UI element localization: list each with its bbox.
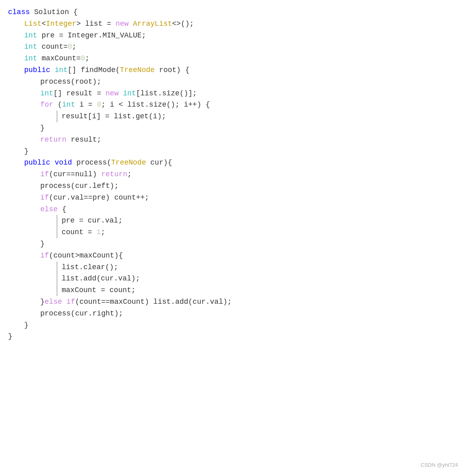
code-token: ; i < list.size(); i++) { bbox=[101, 99, 210, 111]
code-token: else bbox=[40, 204, 62, 215]
code-block: class Solution {List<Integer> list = new… bbox=[0, 6, 466, 342]
code-token: [] findMode( bbox=[68, 64, 120, 76]
code-line: }else if(count==maxCount) list.add(cur.v… bbox=[8, 296, 458, 308]
code-line: int pre = Integer.MIN_VALUE; bbox=[8, 30, 458, 41]
code-token: return bbox=[101, 169, 127, 180]
code-line: process(root); bbox=[8, 76, 458, 88]
code-token: return bbox=[40, 134, 71, 146]
code-token: 1 bbox=[96, 227, 101, 238]
left-border-indicator bbox=[56, 262, 58, 273]
code-token: count= bbox=[37, 41, 68, 53]
code-token: int bbox=[123, 88, 136, 99]
code-token: count = bbox=[62, 227, 96, 238]
code-line: process(cur.left); bbox=[8, 180, 458, 192]
code-token: Solution { bbox=[34, 6, 78, 18]
code-line: process(cur.right); bbox=[8, 308, 458, 319]
watermark: CSDN @yht724 bbox=[420, 461, 458, 470]
code-token: 0 bbox=[81, 53, 85, 64]
code-line: for (int i = 0; i < list.size(); i++) { bbox=[8, 99, 458, 111]
code-token: List bbox=[24, 18, 41, 30]
code-token: ) bbox=[185, 18, 190, 30]
code-line: pre = cur.val; bbox=[8, 215, 458, 227]
code-token: process(root); bbox=[40, 76, 101, 88]
code-token: int bbox=[24, 30, 37, 41]
code-line: int maxCount=0; bbox=[8, 53, 458, 64]
code-token: Integer bbox=[46, 18, 77, 30]
left-border-indicator bbox=[56, 284, 58, 296]
code-token: pre = cur.val; bbox=[62, 215, 122, 227]
code-token: ; bbox=[72, 41, 77, 53]
code-token: <>( bbox=[172, 18, 185, 30]
code-token: process(cur.right); bbox=[40, 308, 123, 319]
code-token: for bbox=[40, 99, 58, 111]
code-token: 0 bbox=[97, 99, 101, 111]
code-line: class Solution { bbox=[8, 6, 458, 18]
code-token: list.clear(); bbox=[62, 262, 118, 273]
code-token: > list = bbox=[77, 18, 116, 30]
code-token: cur){ bbox=[146, 157, 172, 169]
code-token: { bbox=[62, 204, 66, 215]
code-token: int bbox=[40, 88, 53, 99]
code-line: public int[] findMode(TreeNode root) { bbox=[8, 64, 458, 76]
code-token: TreeNode bbox=[111, 157, 146, 169]
code-line: else { bbox=[8, 204, 458, 215]
code-line: if(count>maxCount){ bbox=[8, 250, 458, 262]
code-token: root) { bbox=[155, 64, 189, 76]
code-container: class Solution {List<Integer> list = new… bbox=[0, 0, 466, 476]
code-token: process( bbox=[77, 157, 111, 169]
code-token: (cur==null) bbox=[49, 169, 101, 180]
left-border-indicator bbox=[56, 273, 58, 284]
code-token: public bbox=[24, 157, 55, 169]
code-line: public void process(TreeNode cur){ bbox=[8, 157, 458, 169]
code-token: int bbox=[55, 64, 68, 76]
code-token: int bbox=[24, 41, 37, 53]
code-line: result[i] = list.get(i); bbox=[8, 111, 458, 122]
code-token: if bbox=[40, 169, 49, 180]
code-token: ; bbox=[127, 169, 132, 180]
code-line: int[] result = new int[list.size()]; bbox=[8, 88, 458, 99]
left-border-indicator bbox=[56, 111, 58, 122]
code-token: if bbox=[66, 296, 75, 308]
code-token: void bbox=[55, 157, 77, 169]
code-line: list.clear(); bbox=[8, 262, 458, 273]
code-token: ; bbox=[85, 53, 89, 64]
code-token: i = bbox=[75, 99, 97, 111]
code-line: } bbox=[8, 146, 458, 157]
code-token: if bbox=[40, 192, 49, 204]
code-token: 0 bbox=[68, 41, 72, 53]
code-line: maxCount = count; bbox=[8, 284, 458, 296]
code-line: count = 1; bbox=[8, 227, 458, 238]
code-token: new bbox=[106, 88, 123, 99]
code-token: pre = Integer.MIN_VALUE; bbox=[37, 30, 146, 41]
code-line: } bbox=[8, 331, 458, 342]
code-token: } bbox=[40, 122, 45, 134]
code-token: int bbox=[24, 53, 37, 64]
code-token: int bbox=[62, 99, 75, 111]
code-line: } bbox=[8, 238, 458, 250]
code-token: new bbox=[116, 18, 133, 30]
code-token: ( bbox=[58, 99, 62, 111]
code-token: ; bbox=[190, 18, 194, 30]
code-token: public bbox=[24, 64, 55, 76]
code-token: < bbox=[41, 18, 46, 30]
code-token: ArrayList bbox=[133, 18, 172, 30]
code-token: (count==maxCount) list.add(cur.val); bbox=[75, 296, 232, 308]
code-token: [] result = bbox=[53, 88, 106, 99]
left-border-indicator bbox=[56, 215, 58, 227]
code-line: if(cur==null) return; bbox=[8, 169, 458, 180]
code-token: } bbox=[8, 331, 12, 342]
code-token: maxCount= bbox=[37, 53, 81, 64]
code-line: if(cur.val==pre) count++; bbox=[8, 192, 458, 204]
code-token: [list.size()]; bbox=[136, 88, 197, 99]
code-line: } bbox=[8, 122, 458, 134]
code-token: (count>maxCount){ bbox=[49, 250, 123, 262]
left-border-indicator bbox=[56, 227, 58, 238]
code-token: (cur.val==pre) count++; bbox=[49, 192, 149, 204]
code-token: ; bbox=[101, 227, 105, 238]
code-token: process(cur.left); bbox=[40, 180, 118, 192]
code-token: TreeNode bbox=[120, 64, 155, 76]
code-token: maxCount = count; bbox=[62, 284, 136, 296]
code-line: int count=0; bbox=[8, 41, 458, 53]
code-line: list.add(cur.val); bbox=[8, 273, 458, 284]
code-token: if bbox=[40, 250, 49, 262]
